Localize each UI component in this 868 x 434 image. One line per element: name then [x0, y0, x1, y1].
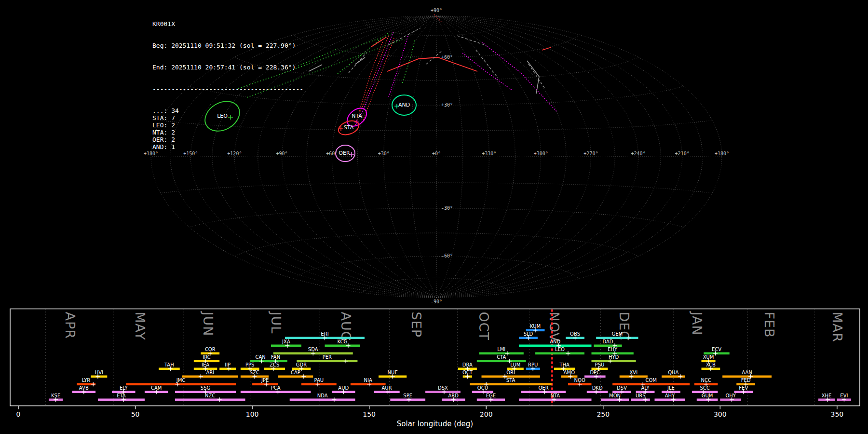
shower-label-CAN: CAN [255, 354, 265, 360]
meteor-track [389, 34, 408, 97]
meteor-track [309, 65, 322, 71]
lon-grid-label: +180° [715, 151, 729, 156]
shower-label-DKD: DKD [592, 385, 603, 391]
peak-marker-NDA [332, 397, 336, 402]
radiant-label-AND: AND [398, 102, 410, 108]
month-label-JUL: JUL [269, 311, 284, 334]
shower-label-KCG: KCG [337, 339, 347, 344]
month-label-OCT: OCT [476, 312, 491, 341]
graticule-parallel [189, 208, 683, 227]
shower-bar-NDA [290, 399, 355, 401]
meteor-track [529, 64, 545, 89]
shower-label-DPC: DPC [590, 370, 600, 375]
shower-label-LEO: LEO [555, 347, 565, 352]
shower-label-GUM: GUM [702, 393, 713, 398]
pole-grid-label: +90° [431, 8, 442, 13]
x-tick-label: 50 [131, 410, 140, 418]
count-...: ...: 34 [152, 107, 303, 114]
lat-grid-label: +30° [441, 102, 453, 108]
peak-marker-QUA [678, 374, 682, 379]
meteor-track [298, 49, 338, 66]
peak-marker-LYR [91, 382, 95, 386]
lon-grid-label: +30° [378, 151, 390, 156]
info-panel: KR001X Beg: 20251110 09:51:32 (sol = 227… [152, 6, 303, 158]
shower-label-NZC: NZC [205, 393, 215, 398]
shower-label-CTA: CTA [497, 354, 506, 360]
shower-label-IRC: IRC [203, 354, 210, 360]
lon-grid-label: +240° [631, 151, 646, 156]
month-label-JUN: JUN [201, 311, 216, 337]
meteor-track [359, 41, 383, 111]
shower-label-SCC: SCC [700, 385, 710, 391]
graticule-parallel [294, 257, 579, 279]
lat-grid-label: -30° [441, 205, 453, 211]
lon-grid-label: +330° [482, 151, 496, 156]
meteor-track [426, 50, 443, 64]
graticule-parallel [363, 278, 510, 293]
month-label-FEB: FEB [762, 312, 777, 338]
shower-bar-XVI [620, 376, 648, 378]
lon-grid-label: +0° [432, 151, 441, 156]
shower-label-LYR: LYR [82, 378, 90, 383]
x-tick-label: 350 [830, 410, 843, 418]
shower-bar-LEO [535, 353, 584, 355]
shower-label-NDA: NDA [317, 393, 328, 398]
shower-label-ETA: ETA [117, 393, 126, 398]
shower-label-LUM: LUM [510, 362, 520, 367]
session-end: End: 20251110 20:57:41 (sol = 228.36°) [152, 64, 303, 71]
shower-label-HVI: HVI [95, 370, 103, 375]
x-tick-label: 100 [246, 410, 259, 418]
sky-map-plot: LEONTASTAOERAND+180°+150°+120°+90°+60°+3… [0, 0, 868, 304]
shower-label-QUA: QUA [668, 370, 678, 375]
shower-label-NIA: NIA [364, 378, 372, 383]
shower-label-CAP: CAP [291, 370, 300, 375]
shower-label-ARI: ARI [206, 370, 214, 375]
meteor-track [542, 47, 551, 50]
shower-label-THA: THA [559, 362, 570, 367]
x-tick-label: 300 [714, 410, 727, 418]
x-tick-label: 200 [480, 410, 493, 418]
shower-label-ECV: ECV [712, 347, 721, 352]
shower-bar-KCG [325, 345, 360, 347]
count-NTA: NTA: 2 [152, 129, 303, 136]
shower-label-OHY: OHY [725, 393, 736, 398]
shower-label-COM: COM [645, 378, 656, 383]
shower-label-PAU: PAU [314, 378, 324, 383]
lat-grid-label: -60° [441, 253, 453, 258]
shower-label-STA: STA [506, 378, 515, 383]
shower-label-OCU: OCU [477, 385, 488, 391]
shower-label-AND: AND [550, 339, 560, 344]
shower-bar-MON [601, 399, 629, 401]
peak-marker-LEO [566, 351, 570, 355]
shower-label-AMO: AMO [564, 370, 575, 375]
shower-bar-PCA [241, 391, 311, 393]
lon-grid-label: +300° [534, 151, 548, 156]
shower-label-OER: OER [538, 385, 548, 391]
shower-label-AHY: AHY [665, 393, 675, 398]
radiant-label-NTA: NTA [352, 113, 362, 119]
x-axis-title: Solar longitude (deg) [397, 420, 473, 428]
shower-bar-ETA [98, 399, 145, 401]
graticule-meridian [436, 16, 566, 298]
lon-grid-label: +60° [326, 151, 338, 156]
shower-bar-JMC [126, 383, 236, 386]
x-tick-label: 250 [597, 410, 610, 418]
shower-label-NTA: NTA [550, 393, 560, 398]
peak-marker-PER [344, 359, 348, 363]
peak-marker-NZC [217, 397, 222, 402]
peak-marker-ARI [199, 374, 203, 379]
station-id: KR001X [152, 20, 303, 27]
meteor-track [363, 37, 394, 120]
count-AND: AND: 1 [152, 143, 303, 150]
shower-label-PSU: PSU [595, 362, 605, 367]
shower-bar-NZC [175, 399, 245, 401]
meteor-track [355, 57, 365, 64]
meteor-track [527, 61, 539, 94]
radiant-label-STA: STA [344, 124, 354, 131]
shower-label-TAH: TAH [164, 362, 174, 367]
shower-label-MON: MON [609, 393, 621, 398]
radiant-label-OER: OER [339, 150, 350, 156]
shower-label-ORI: ORI [506, 370, 515, 375]
month-label-SEP: SEP [409, 312, 424, 338]
meteor-track [434, 14, 441, 22]
